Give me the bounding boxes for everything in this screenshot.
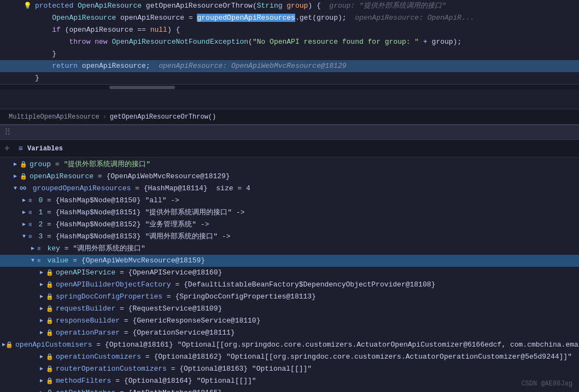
toggle-openAPIService[interactable] bbox=[37, 267, 46, 279]
code-content-4: throw new OpenApiResourceNotFoundExcepti… bbox=[33, 36, 579, 48]
toggle-groupedOpenApiResources[interactable] bbox=[11, 183, 20, 195]
var-value-openApiResource: = {OpenApiWebMvcResource@18129} bbox=[93, 171, 230, 183]
var-name-springDocConfigProperties: springDocConfigProperties bbox=[56, 291, 162, 303]
var-name-operationCustomizers: operationCustomizers bbox=[56, 351, 141, 363]
debug-panel-divider[interactable]: ⠿ bbox=[0, 125, 579, 140]
var-value-routerOperationCustomizers: = {Optional@18163} "Optional[[]]" bbox=[167, 363, 312, 375]
var-row-group[interactable]: 🔒 group = "提供外部系统调用的接口" bbox=[0, 159, 579, 171]
var-row-methodFilters[interactable]: 🔒 methodFilters = {Optional@18164} "Opti… bbox=[0, 375, 579, 387]
var-name-openAPIBuilderObjectFactory: openAPIBuilderObjectFactory bbox=[56, 279, 171, 291]
var-name-antPathMatcher: antPathMatcher bbox=[56, 387, 115, 392]
var-value-grouped: = {HashMap@18114} size = 4 bbox=[131, 183, 250, 195]
var-row-item0[interactable]: ≡ 0 = {HashMap$Node@18150} "all" -> bbox=[0, 195, 579, 207]
lock-icon-routerOperationCustomizers: 🔒 bbox=[46, 363, 54, 375]
var-row-antPathMatcher[interactable]: 🔒 antPathMatcher = {AntPathMatcher@18165… bbox=[0, 387, 579, 392]
var-name-openApiResource: openApiResource bbox=[30, 171, 93, 183]
toggle-item3[interactable] bbox=[20, 231, 28, 243]
code-editor: 💡 protected OpenApiResource getOpenApiRe… bbox=[0, 0, 579, 109]
var-row-openAPIService[interactable]: 🔒 openAPIService = {OpenAPIService@18160… bbox=[0, 267, 579, 279]
ref-icon-item0: ≡ bbox=[28, 195, 32, 207]
toggle-operationParser[interactable] bbox=[37, 327, 46, 339]
var-value-item3: = {HashMap$Node@18153} "调用外部系统的接口" -> bbox=[43, 231, 230, 243]
add-variable-button[interactable]: + bbox=[4, 144, 10, 154]
var-name-requestBuilder: requestBuilder bbox=[56, 303, 115, 315]
toggle-operationCustomizers[interactable] bbox=[37, 351, 46, 363]
code-line-3: if (openApiResource == null) { bbox=[0, 24, 579, 36]
var-value-responseBuilder: = {GenericResponseService@18110} bbox=[120, 315, 260, 327]
toggle-routerOperationCustomizers[interactable] bbox=[37, 363, 46, 375]
toggle-openAPIBuilderObjectFactory[interactable] bbox=[37, 279, 46, 291]
watermark-text: CSDN @AE86Jag bbox=[521, 380, 572, 388]
lock-icon-responseBuilder: 🔒 bbox=[46, 315, 54, 327]
var-row-operationParser[interactable]: 🔒 operationParser = {OperationService@18… bbox=[0, 327, 579, 339]
var-value-requestBuilder: = {RequestService@18109} bbox=[115, 303, 222, 315]
var-row-openApiCustomisers[interactable]: 🔒 openApiCustomisers = {Optional@18161} … bbox=[0, 339, 579, 351]
var-row-key[interactable]: ≡ key = "调用外部系统的接口" bbox=[0, 243, 579, 255]
toggle-antPathMatcher[interactable] bbox=[37, 387, 46, 392]
code-content-2: OpenApiResource openApiResource = groupe… bbox=[33, 12, 579, 24]
lock-icon-openAPIService: 🔒 bbox=[46, 267, 54, 279]
code-line-4: throw new OpenApiResourceNotFoundExcepti… bbox=[0, 36, 579, 48]
breadcrumb-current[interactable]: getOpenApiResourceOrThrow() bbox=[110, 113, 216, 121]
code-content-6: return openApiResource; openApiResource:… bbox=[33, 60, 579, 72]
var-row-openAPIBuilderObjectFactory[interactable]: 🔒 openAPIBuilderObjectFactory = {Default… bbox=[0, 279, 579, 291]
toggle-group[interactable] bbox=[11, 159, 20, 171]
var-row-routerOperationCustomizers[interactable]: 🔒 routerOperationCustomizers = {Optional… bbox=[0, 363, 579, 375]
var-value-operationCustomizers: = {Optional@18162} "Optional[[org.spring… bbox=[141, 351, 572, 363]
var-name-item2: 2 bbox=[34, 219, 43, 231]
toggle-requestBuilder[interactable] bbox=[37, 303, 46, 315]
var-name-grouped: groupedOpenApiResources bbox=[28, 183, 131, 195]
toggle-openApiResource[interactable] bbox=[11, 171, 20, 183]
lock-icon-group: 🔒 bbox=[20, 159, 27, 171]
breadcrumb-bar: MultipleOpenApiResource › getOpenApiReso… bbox=[0, 109, 579, 125]
resize-handle-icon[interactable]: ⠿ bbox=[4, 127, 11, 138]
var-row-item2[interactable]: ≡ 2 = {HashMap$Node@18152} "业务管理系统" -> bbox=[0, 219, 579, 231]
ref-icon-item1: ≡ bbox=[28, 207, 32, 219]
breadcrumb-parent[interactable]: MultipleOpenApiResource bbox=[9, 113, 100, 121]
toggle-responseBuilder[interactable] bbox=[37, 315, 46, 327]
toggle-item1[interactable] bbox=[20, 207, 28, 219]
var-row-springDocConfigProperties[interactable]: 🔒 springDocConfigProperties = {SpringDoc… bbox=[0, 291, 579, 303]
var-name-openAPIService: openAPIService bbox=[56, 267, 115, 279]
var-name-openApiCustomisers: openApiCustomisers bbox=[15, 339, 92, 351]
lock-icon-springDoc: 🔒 bbox=[46, 291, 54, 303]
toggle-methodFilters[interactable] bbox=[37, 375, 46, 387]
code-content-1: protected OpenApiResource getOpenApiReso… bbox=[33, 0, 579, 12]
var-row-responseBuilder[interactable]: 🔒 responseBuilder = {GenericResponseServ… bbox=[0, 315, 579, 327]
bulb-icon[interactable]: 💡 bbox=[24, 0, 32, 12]
var-value-operationParser: = {OperationService@18111} bbox=[120, 327, 235, 339]
toggle-springDocConfigProperties[interactable] bbox=[37, 291, 46, 303]
horizontal-scrollbar[interactable] bbox=[0, 84, 579, 90]
var-name-item0: 0 bbox=[34, 195, 43, 207]
toggle-item0[interactable] bbox=[20, 195, 28, 207]
variables-header: + ≡ Variables bbox=[0, 140, 579, 157]
var-row-requestBuilder[interactable]: 🔒 requestBuilder = {RequestService@18109… bbox=[0, 303, 579, 315]
var-row-item1[interactable]: ≡ 1 = {HashMap$Node@18151} "提供外部系统调用的接口"… bbox=[0, 207, 579, 219]
var-value-openApiCustomisers: = {Optional@18161} "Optional[[org.spring… bbox=[92, 339, 579, 351]
var-name-operationParser: operationParser bbox=[56, 327, 120, 339]
variables-panel[interactable]: + ≡ Variables 🔒 group = "提供外部系统调用的接口" 🔒 … bbox=[0, 140, 579, 392]
var-row-openApiResource[interactable]: 🔒 openApiResource = {OpenApiWebMvcResour… bbox=[0, 171, 579, 183]
var-row-groupedOpenApiResources[interactable]: oo groupedOpenApiResources = {HashMap@18… bbox=[0, 183, 579, 195]
var-value-openAPIService: = {OpenAPIService@18160} bbox=[115, 267, 222, 279]
var-row-value[interactable]: ≡ value = {OpenApiWebMvcResource@18159} bbox=[0, 255, 579, 267]
code-line-7: } bbox=[0, 72, 579, 84]
var-row-item3[interactable]: ≡ 3 = {HashMap$Node@18153} "调用外部系统的接口" -… bbox=[0, 231, 579, 243]
variable-tree: 🔒 group = "提供外部系统调用的接口" 🔒 openApiResourc… bbox=[0, 157, 579, 392]
line-gutter-1: 💡 bbox=[22, 0, 33, 12]
variables-icon: ≡ bbox=[19, 144, 23, 153]
toggle-value[interactable] bbox=[28, 255, 37, 267]
toggle-item2[interactable] bbox=[20, 219, 28, 231]
var-value-key: = "调用外部系统的接口" bbox=[60, 243, 145, 255]
code-line-2: OpenApiResource openApiResource = groupe… bbox=[0, 12, 579, 24]
lock-icon-openApiCustomisers: 🔒 bbox=[5, 339, 13, 351]
toggle-key[interactable] bbox=[28, 243, 37, 255]
lock-icon-requestBuilder: 🔒 bbox=[46, 303, 54, 315]
var-name-key: key bbox=[43, 243, 60, 255]
scrollbar-thumb[interactable] bbox=[109, 86, 175, 89]
code-content-5: } bbox=[33, 48, 579, 60]
var-row-operationCustomizers[interactable]: 🔒 operationCustomizers = {Optional@18162… bbox=[0, 351, 579, 363]
var-value-item0: = {HashMap$Node@18150} "all" -> bbox=[43, 195, 179, 207]
lock-icon-builderFactory: 🔒 bbox=[46, 279, 54, 291]
var-equals-group bbox=[51, 159, 55, 171]
